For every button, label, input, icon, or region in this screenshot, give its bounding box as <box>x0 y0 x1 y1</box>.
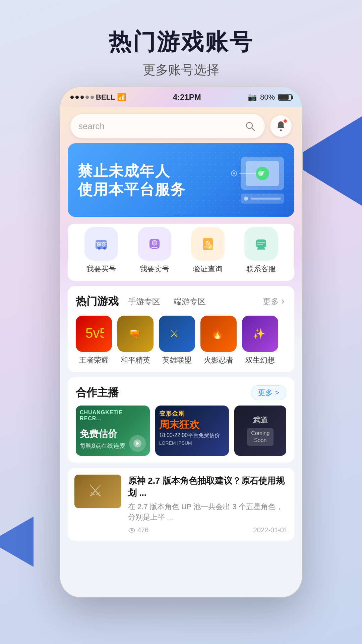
tab-mobile-games[interactable]: 手游专区 <box>124 295 164 308</box>
partner-2-sub: LOREM IPSUM <box>159 440 225 446</box>
service-icon <box>244 227 278 261</box>
game-item-hpjy[interactable]: 🔫 和平精英 <box>117 316 154 365</box>
buy-icon <box>84 227 118 261</box>
carrier-label: BELL <box>96 93 115 102</box>
nav-label-sell: 我要卖号 <box>140 264 169 274</box>
search-placeholder: search <box>78 121 239 131</box>
svg-point-6 <box>233 172 235 174</box>
partners-header: 合作主播 更多 > <box>76 385 286 400</box>
status-right: 📷 80% <box>248 93 292 102</box>
game-icon-hyrs: 🔥 <box>200 316 237 352</box>
game-icon-yyls: ⚔ <box>159 316 195 352</box>
partner-3-label1: 武道 <box>253 415 268 425</box>
nav-item-service[interactable]: 联系客服 <box>244 227 278 274</box>
dot5 <box>90 96 94 99</box>
svg-rect-17 <box>256 239 266 248</box>
partner-3-coming-soon: ComingSoon <box>247 428 274 446</box>
partner-2-label1: 周末狂欢 <box>159 419 225 430</box>
deco-triangle-left <box>0 517 34 567</box>
game-label-hpjy: 和平精英 <box>121 355 150 365</box>
banner-line1: 禁止未成年人 <box>78 162 186 180</box>
hot-games-more[interactable]: 更多 <box>263 296 286 307</box>
svg-point-13 <box>152 240 157 245</box>
svg-point-9 <box>103 247 106 250</box>
svg-text:⚔: ⚔ <box>88 481 103 500</box>
battery-fill <box>279 95 289 100</box>
svg-text:✨: ✨ <box>253 328 265 340</box>
partner-item-1[interactable]: CHUANGKETIE RECR... 免费估价 每晚8点在线连麦 <box>76 406 150 456</box>
svg-text:⚔: ⚔ <box>170 328 179 339</box>
partner-1-tag: CHUANGKETIE RECR... <box>80 410 146 422</box>
partner-item-2[interactable]: 变形金刚 周末狂欢 18:00-22:00平台免费估价 LOREM IPSUM <box>155 406 229 456</box>
signal-dots <box>70 96 94 99</box>
partner-2-brand: 变形金刚 <box>159 410 225 418</box>
article-title: 原神 2.7 版本角色抽取建议？原石使用规划 ... <box>128 475 288 499</box>
status-bar: BELL 📶 4:21PM 📷 80% <box>60 87 302 107</box>
article-desc: 在 2.7 版本角色 UP 池一共会出 3 个五星角色，分别是上半 ... <box>128 502 288 523</box>
game-item-sshm[interactable]: ✨ 双生幻想 <box>242 316 278 365</box>
svg-point-8 <box>98 247 101 250</box>
dot2 <box>75 96 79 99</box>
search-area: search <box>60 107 302 143</box>
game-icon-wzry: 5v5 <box>76 316 112 352</box>
hot-games-section: 热门游戏 手游专区 端游专区 更多 5v5 王者荣耀 <box>68 286 294 372</box>
app-content: search 禁止未成年人 使用本平 <box>60 107 302 597</box>
game-icon-sshm: ✨ <box>242 316 278 352</box>
sell-icon <box>138 227 171 261</box>
bluetooth-icon: 📷 <box>248 93 257 102</box>
search-icon[interactable] <box>243 119 257 133</box>
views-count: 476 <box>137 526 148 534</box>
article-views: 476 <box>128 526 148 534</box>
article-date: 2022-01-01 <box>253 526 288 534</box>
article-info: 原神 2.7 版本角色抽取建议？原石使用规划 ... 在 2.7 版本角色 UP… <box>128 475 288 534</box>
notification-dot <box>283 119 288 123</box>
game-item-yyls[interactable]: ⚔ 英雄联盟 <box>159 316 195 365</box>
status-time: 4:21PM <box>173 93 201 102</box>
notification-bell-button[interactable] <box>270 115 292 137</box>
page-title: 热门游戏账号 <box>0 27 362 57</box>
nav-item-verify[interactable]: 验证查询 <box>191 227 225 274</box>
dot4 <box>85 96 89 99</box>
partners-more-btn[interactable]: 更多 > <box>251 385 286 400</box>
svg-point-4 <box>280 129 282 131</box>
svg-text:🔫: 🔫 <box>128 328 141 340</box>
phone-mockup: BELL 📶 4:21PM 📷 80% search <box>60 87 302 597</box>
search-bar[interactable]: search <box>70 114 265 138</box>
nav-item-buy[interactable]: 我要买号 <box>84 227 118 274</box>
svg-line-3 <box>252 128 254 130</box>
hot-games-title: 热门游戏 <box>76 294 119 309</box>
nav-label-verify: 验证查询 <box>193 264 223 274</box>
partner-2-label2: 18:00-22:00平台免费估价 <box>159 432 225 439</box>
partner-images-row: CHUANGKETIE RECR... 免费估价 每晚8点在线连麦 变形金刚 周… <box>76 406 286 456</box>
nav-label-buy: 我要买号 <box>86 264 116 274</box>
svg-point-11 <box>102 243 105 246</box>
dot1 <box>70 96 74 99</box>
tab-pc-games[interactable]: 端游专区 <box>170 295 210 308</box>
partner-item-3[interactable]: 武道 ComingSoon <box>234 406 286 456</box>
nav-item-sell[interactable]: 我要卖号 <box>138 227 171 274</box>
svg-marker-1 <box>0 517 34 567</box>
game-item-wzry[interactable]: 5v5 王者荣耀 <box>76 316 112 365</box>
game-icon-hpjy: 🔫 <box>117 316 154 352</box>
article-meta: 476 2022-01-01 <box>128 526 288 534</box>
partners-title: 合作主播 <box>76 385 119 400</box>
page-subtitle: 更多账号选择 <box>0 61 362 78</box>
battery-indicator <box>278 94 292 101</box>
games-row: 5v5 王者荣耀 🔫 和平精英 ⚔ <box>76 316 286 365</box>
svg-text:🔥: 🔥 <box>211 328 224 340</box>
battery-pct: 80% <box>260 93 275 102</box>
game-label-hyrs: 火影忍者 <box>204 355 233 365</box>
article-thumbnail: ⚔ <box>74 475 121 508</box>
wifi-icon: 📶 <box>117 93 126 102</box>
banner[interactable]: 禁止未成年人 使用本平台服务 ✓ <box>68 143 294 217</box>
game-label-sshm: 双生幻想 <box>245 355 275 365</box>
dot3 <box>80 96 84 99</box>
svg-point-26 <box>131 529 133 531</box>
game-item-hyrs[interactable]: 🔥 火影忍者 <box>200 316 237 365</box>
nav-label-service: 联系客服 <box>246 264 276 274</box>
banner-text: 禁止未成年人 使用本平台服务 <box>78 162 186 199</box>
hot-games-header: 热门游戏 手游专区 端游专区 更多 <box>76 294 286 309</box>
game-label-wzry: 王者荣耀 <box>79 355 109 365</box>
article-card[interactable]: ⚔ 原神 2.7 版本角色抽取建议？原石使用规划 ... 在 2.7 版本角色 … <box>68 468 294 541</box>
svg-text:5v5: 5v5 <box>85 326 104 340</box>
